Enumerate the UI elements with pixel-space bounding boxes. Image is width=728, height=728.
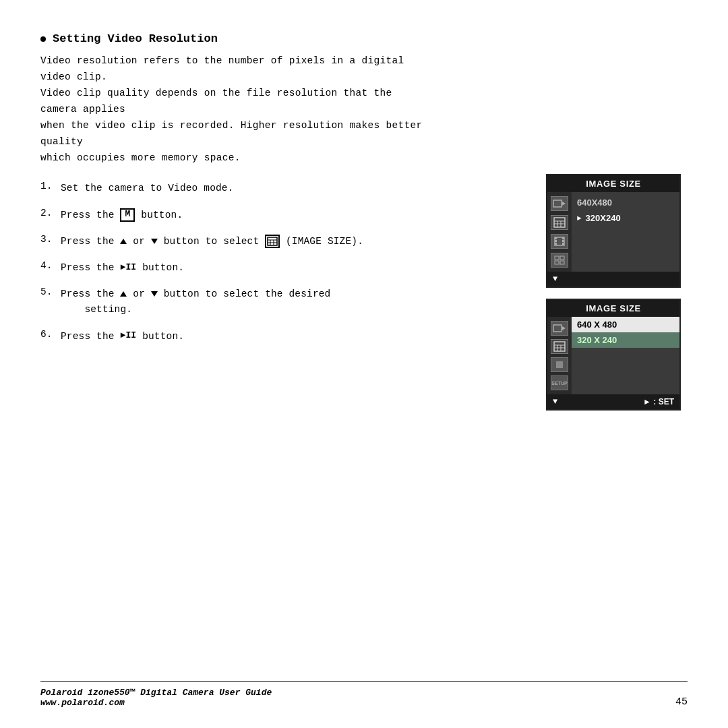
step-3-text: Press the or button to select (IMAGE SIZ…	[61, 234, 363, 249]
panel2-footer-left: ▼	[553, 397, 557, 406]
panel1-footer: ▼	[547, 272, 679, 286]
content-area: 1. Set the camera to Video mode. 2. Pres…	[40, 181, 688, 411]
panel1-option-2: ► 320X240	[577, 212, 674, 224]
step-5-num: 5.	[40, 286, 55, 297]
svg-rect-22	[560, 261, 564, 264]
page-container: Setting Video Resolution Video resolutio…	[0, 0, 728, 728]
svg-rect-17	[562, 240, 564, 242]
down-arrow-icon-2	[151, 291, 158, 297]
panel1-option2-arrow: ►	[577, 214, 582, 222]
panel1-body: 640X480 ► 320X240	[547, 192, 679, 272]
footer-brand: Polaroid izone550™ Digital Camera User G…	[40, 688, 272, 698]
panel1-video-icon	[551, 196, 568, 211]
image-size-panel-1: IMAGE SIZE	[546, 174, 681, 288]
play-pause-button-2: ►II	[120, 329, 136, 343]
step-4: 4. Press the ►II button.	[40, 260, 533, 276]
panel1-grid2-icon	[551, 253, 568, 268]
section-title-text: Setting Video Resolution	[53, 32, 218, 45]
panel1-icon-column	[547, 192, 572, 272]
step-4-num: 4.	[40, 260, 55, 271]
section-title: Setting Video Resolution	[40, 32, 688, 45]
footer-brand-block: Polaroid izone550™ Digital Camera User G…	[40, 688, 272, 708]
panel2-grid-icon	[551, 339, 568, 354]
page-footer: Polaroid izone550™ Digital Camera User G…	[40, 681, 688, 708]
steps-column: 1. Set the camera to Video mode. 2. Pres…	[40, 181, 533, 355]
svg-rect-20	[560, 256, 564, 260]
svg-rect-5	[553, 200, 562, 207]
svg-rect-0	[268, 237, 277, 245]
page-number: 45	[675, 696, 688, 708]
svg-rect-30	[556, 361, 563, 368]
panel1-footer-arrow: ▼	[553, 274, 557, 284]
bullet-point	[40, 36, 46, 42]
step-3-num: 3.	[40, 234, 55, 245]
step-6: 6. Press the ►II button.	[40, 329, 533, 344]
panel1-option1-text: 640X480	[577, 198, 612, 208]
panel2-option1-highlighted: 640 X 480	[572, 317, 679, 332]
svg-marker-6	[562, 202, 566, 206]
panel1-header: IMAGE SIZE	[547, 175, 679, 192]
step-3: 3. Press the or button to select (IMAGE …	[40, 234, 533, 249]
step-1: 1. Set the camera to Video mode.	[40, 181, 533, 196]
footer-url: www.polaroid.com	[40, 698, 272, 708]
step-2-text: Press the M button.	[61, 208, 183, 223]
up-arrow-icon-2	[120, 291, 127, 297]
image-size-icon	[265, 235, 280, 248]
or-text: or	[133, 236, 145, 247]
panel2-footer: ▼ ► : SET	[547, 394, 679, 409]
step-6-text: Press the ►II button.	[61, 329, 184, 344]
panel2-video-icon	[551, 321, 568, 336]
step-4-text: Press the ►II button.	[61, 260, 184, 276]
panel1-grid-icon	[551, 215, 568, 230]
image-size-panel-2: IMAGE SIZE	[546, 299, 681, 411]
footer-brand-text: Polaroid izone550™ Digital Camera User G…	[40, 688, 272, 698]
step-5: 5. Press the or button to select the des…	[40, 286, 533, 317]
intro-line2: Video clip quality depends on the file r…	[40, 88, 392, 115]
up-arrow-icon	[120, 239, 127, 244]
svg-rect-19	[555, 256, 559, 260]
panel2-square-icon	[551, 357, 568, 372]
step-2: 2. Press the M button.	[40, 208, 533, 223]
svg-rect-21	[555, 261, 559, 264]
svg-rect-25	[554, 342, 565, 351]
panel2-header: IMAGE SIZE	[547, 300, 679, 317]
panel1-option2-text: 320X240	[586, 213, 621, 223]
panel2-option2-dark: 320 X 240	[572, 332, 679, 348]
svg-rect-18	[562, 243, 564, 245]
svg-marker-24	[562, 326, 566, 330]
down-arrow-icon	[151, 239, 158, 244]
or-text-2: or	[133, 289, 145, 299]
intro-text: Video resolution refers to the number of…	[40, 53, 431, 166]
panel2-footer-right: ► : SET	[643, 397, 674, 406]
step-2-num: 2.	[40, 208, 55, 218]
panel2-setup-icon: SETUP	[551, 375, 568, 390]
play-pause-button-1: ►II	[120, 261, 136, 275]
svg-rect-23	[553, 325, 562, 332]
panel1-options: 640X480 ► 320X240	[572, 192, 679, 272]
step-5-text: Press the or button to select the desire…	[61, 286, 330, 317]
panels-column: IMAGE SIZE	[546, 174, 688, 411]
panel1-option-1: 640X480	[577, 196, 674, 209]
svg-rect-7	[554, 218, 565, 227]
step-1-num: 1.	[40, 181, 55, 191]
svg-rect-16	[562, 237, 564, 239]
intro-line1: Video resolution refers to the number of…	[40, 55, 404, 82]
svg-rect-14	[555, 240, 557, 242]
panel1-film-icon	[551, 234, 568, 249]
intro-line3: when the video clip is recorded. Higher …	[40, 120, 422, 147]
panel2-icon-column: SETUP	[547, 317, 572, 394]
svg-rect-15	[555, 243, 557, 245]
step-1-text: Set the camera to Video mode.	[61, 181, 234, 196]
m-button: M	[120, 208, 135, 222]
svg-rect-13	[555, 237, 557, 239]
intro-line4: which occupies more memory space.	[40, 152, 241, 163]
panel2-body: SETUP 640 X 480 320 X 240	[547, 317, 679, 394]
step-6-num: 6.	[40, 329, 55, 340]
panel2-options: 640 X 480 320 X 240	[572, 317, 679, 394]
